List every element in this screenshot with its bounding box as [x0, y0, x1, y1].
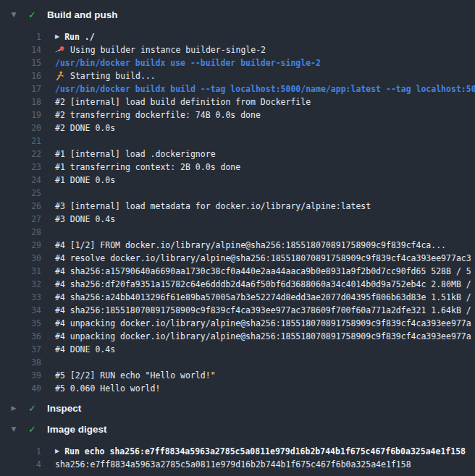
line-text-content: #4 DONE 0.4s — [55, 343, 115, 356]
log-line[interactable]: 34 #4 sha256:185518070891758909c9f839cf4… — [0, 304, 475, 317]
step-header[interactable]: ▶ ✓ Inspect — [0, 400, 475, 416]
check-icon: ✓ — [27, 403, 38, 414]
log-line[interactable]: 23 #1 transferring context: 2B 0.0s done — [0, 161, 475, 174]
line-text: #4 DONE 0.4s — [41, 343, 115, 356]
log-line[interactable]: 19 #2 transferring dockerfile: 74B 0.0s … — [0, 109, 475, 122]
step-title: Build and push — [47, 9, 118, 20]
line-number[interactable]: 36 — [0, 330, 41, 343]
line-number[interactable]: 39 — [0, 369, 41, 382]
line-text: Starting build... — [41, 69, 156, 82]
chevron-right-icon[interactable]: ▶ — [9, 404, 18, 412]
line-number[interactable]: 15 — [0, 56, 41, 69]
log-line[interactable]: 20 #2 DONE 0.0s — [0, 122, 475, 135]
line-number[interactable]: 40 — [0, 382, 41, 395]
line-number[interactable]: 32 — [0, 278, 41, 291]
line-number[interactable]: 34 — [0, 304, 41, 317]
line-number[interactable]: 38 — [0, 356, 41, 369]
log-line[interactable]: 14 Using builder instance builder-single… — [0, 43, 475, 56]
line-text — [41, 356, 55, 369]
line-text — [41, 135, 55, 148]
log-line[interactable]: 18 #2 [internal] load build definition f… — [0, 95, 475, 109]
log-line[interactable]: 35 #4 unpacking docker.io/library/alpine… — [0, 317, 475, 330]
line-number[interactable]: 1 — [0, 445, 41, 458]
line-text: ▶Run ./ — [41, 30, 95, 43]
runner-icon — [55, 71, 65, 81]
line-text-content: #1 DONE 0.0s — [55, 174, 115, 187]
step-header[interactable]: ▼ ✓ Build and push — [0, 7, 475, 22]
line-number[interactable]: 25 — [0, 187, 41, 200]
log-line[interactable]: 39 #5 [2/2] RUN echo "Hello world!" — [0, 369, 475, 382]
log-line[interactable]: 1 ▶Run ./ — [0, 30, 475, 43]
log-line[interactable]: 17 /usr/bin/docker buildx build --tag lo… — [0, 82, 475, 95]
log-viewer: ▼ ✓ Build and push 1 ▶Run ./ 14 Using bu… — [0, 7, 475, 476]
line-number[interactable]: 30 — [0, 252, 41, 265]
log-line[interactable]: 30 #4 resolve docker.io/library/alpine@s… — [0, 252, 475, 265]
line-text: #2 DONE 0.0s — [41, 122, 115, 135]
log-line[interactable]: 15 /usr/bin/docker buildx use --builder … — [0, 56, 475, 69]
log-line[interactable]: 1 ▶Run echo sha256:e7ff8834a5963a2785c5a… — [0, 445, 475, 458]
log-line[interactable]: 38 — [0, 356, 475, 369]
chevron-down-icon[interactable]: ▼ — [9, 11, 18, 18]
log-line[interactable]: 16 Starting build... — [0, 69, 475, 82]
line-number[interactable]: 27 — [0, 213, 41, 226]
line-number[interactable]: 22 — [0, 148, 41, 161]
log-line[interactable]: 36 #4 unpacking docker.io/library/alpine… — [0, 330, 475, 343]
log-line[interactable]: 22 #1 [internal] load .dockerignore — [0, 148, 475, 161]
log-line[interactable]: 21 — [0, 135, 475, 148]
line-text-content: #3 DONE 0.4s — [55, 213, 115, 226]
line-text-content: #5 0.060 Hello world! — [55, 382, 160, 395]
line-text-content: #2 transferring dockerfile: 74B 0.0s don… — [55, 109, 261, 122]
line-number[interactable]: 19 — [0, 109, 41, 122]
log-line[interactable]: 27 #3 DONE 0.4s — [0, 213, 475, 226]
line-number[interactable]: 4 — [0, 458, 41, 471]
log-line[interactable]: 33 #4 sha256:a24bb4013296f61e89ba57005a7… — [0, 291, 475, 304]
line-text-content: #2 DONE 0.0s — [55, 122, 115, 135]
line-text: #4 sha256:df20fa9351a15782c64e6dddb2d4a6… — [41, 278, 471, 291]
line-number[interactable]: 26 — [0, 200, 41, 213]
step-header[interactable]: ▼ ✓ Image digest — [0, 421, 475, 437]
line-number[interactable]: 18 — [0, 95, 41, 109]
line-text-content: #4 sha256:a24bb4013296f61e89ba57005a7b3e… — [55, 291, 471, 304]
expand-group-icon[interactable]: ▶ — [55, 445, 59, 458]
log-line[interactable]: 37 #4 DONE 0.4s — [0, 343, 475, 356]
line-number[interactable]: 16 — [0, 69, 41, 82]
log-line[interactable]: 25 — [0, 187, 475, 200]
log-line[interactable]: 40 #5 0.060 Hello world! — [0, 382, 475, 395]
expand-group-icon[interactable]: ▶ — [55, 30, 59, 43]
chevron-down-icon[interactable]: ▼ — [9, 425, 18, 433]
line-number[interactable]: 1 — [0, 30, 41, 43]
line-number[interactable]: 37 — [0, 343, 41, 356]
line-number[interactable]: 24 — [0, 174, 41, 187]
line-number[interactable]: 17 — [0, 82, 41, 95]
step-image-digest: ▼ ✓ Image digest 1 ▶Run echo sha256:e7ff… — [0, 421, 475, 476]
line-number[interactable]: 21 — [0, 135, 41, 148]
line-text: /usr/bin/docker buildx build --tag local… — [41, 82, 475, 95]
line-number[interactable]: 14 — [0, 43, 41, 56]
log-line[interactable]: 26 #3 [internal] load metadata for docke… — [0, 200, 475, 213]
line-text-content: Run ./ — [64, 30, 95, 43]
line-text: #4 unpacking docker.io/library/alpine@sh… — [41, 317, 471, 330]
line-text: #1 [internal] load .dockerignore — [41, 148, 216, 161]
line-text: Using builder instance builder-single-2 — [41, 43, 266, 56]
line-text-content: sha256:e7ff8834a5963a2785c5a0811e979d16b… — [55, 458, 411, 471]
line-number[interactable]: 31 — [0, 265, 41, 278]
line-text-content: #4 [1/2] FROM docker.io/library/alpine@s… — [55, 239, 446, 252]
log-line[interactable]: 32 #4 sha256:df20fa9351a15782c64e6dddb2d… — [0, 278, 475, 291]
line-text-content: #3 [internal] load metadata for docker.i… — [55, 200, 371, 213]
log-line[interactable]: 24 #1 DONE 0.0s — [0, 174, 475, 187]
line-text — [41, 187, 55, 200]
log-line[interactable]: 29 #4 [1/2] FROM docker.io/library/alpin… — [0, 239, 475, 252]
line-text: sha256:e7ff8834a5963a2785c5a0811e979d16b… — [41, 458, 411, 471]
log-line[interactable]: 28 — [0, 226, 475, 239]
log-line[interactable]: 4 sha256:e7ff8834a5963a2785c5a0811e979d1… — [0, 458, 475, 471]
step-inspect: ▶ ✓ Inspect — [0, 400, 475, 416]
line-number[interactable]: 28 — [0, 226, 41, 239]
line-number[interactable]: 33 — [0, 291, 41, 304]
line-number[interactable]: 29 — [0, 239, 41, 252]
line-number[interactable]: 35 — [0, 317, 41, 330]
line-number[interactable]: 20 — [0, 122, 41, 135]
line-text: #3 [internal] load metadata for docker.i… — [41, 200, 371, 213]
line-text: #2 [internal] load build definition from… — [41, 95, 311, 109]
line-number[interactable]: 23 — [0, 161, 41, 174]
log-line[interactable]: 31 #4 sha256:a15790640a6690aa1730c38cf0a… — [0, 265, 475, 278]
